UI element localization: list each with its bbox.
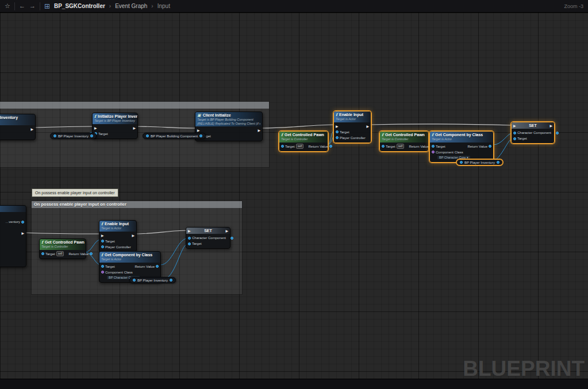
exec-pin[interactable]: ▶ bbox=[366, 125, 369, 128]
output-pin[interactable]: Return Value bbox=[134, 265, 159, 268]
output-pin-icon[interactable] bbox=[90, 134, 93, 137]
node-title: Get Component by Class bbox=[105, 253, 152, 257]
input-pin[interactable]: Target bbox=[188, 242, 202, 245]
node-header[interactable] bbox=[0, 206, 26, 212]
pin-label: Character Component bbox=[192, 236, 226, 240]
enable-input-node-2[interactable]: fEnable InputTarget is Actor▶▶TargetPlay… bbox=[99, 220, 137, 252]
input-pin[interactable]: Targetself bbox=[281, 144, 303, 149]
divider bbox=[40, 2, 40, 10]
exec-pin[interactable]: ▶ bbox=[336, 125, 339, 128]
pin-row: Target bbox=[188, 241, 228, 247]
node-header[interactable]: fGet Controlled PawnTarget is Controller bbox=[279, 132, 328, 142]
output-pin-icon[interactable] bbox=[497, 161, 499, 164]
exec-pin[interactable]: ▶ bbox=[132, 234, 134, 237]
node-header[interactable]: fInitialize Player InventoryTarget is BP… bbox=[93, 113, 137, 124]
bottom-bar bbox=[0, 379, 588, 389]
output-pin[interactable]: …ventory bbox=[5, 220, 24, 224]
node-title-row: fGet Controlled Pawn bbox=[41, 240, 84, 245]
exec-pin[interactable]: ▶ bbox=[94, 126, 97, 130]
forward-button[interactable]: → bbox=[29, 3, 36, 9]
function-icon: f bbox=[94, 114, 96, 119]
input-pin[interactable]: Target bbox=[101, 240, 115, 243]
back-button[interactable]: ← bbox=[19, 3, 25, 9]
node-header[interactable]: fGet Controlled PawnTarget is Controller bbox=[40, 239, 86, 250]
initialize-player-inventory-node[interactable]: fInitialize Player InventoryTarget is BP… bbox=[92, 113, 138, 139]
graph-canvas[interactable]: On possess enable player input on contro… bbox=[0, 13, 588, 379]
exec-pin-icon: ▶ bbox=[132, 234, 134, 237]
set-character-component-node-1[interactable]: ▶SET▶Character ComponentTarget bbox=[511, 122, 555, 144]
node-header[interactable]: fInitialize Equipment InventoryTarget is… bbox=[0, 114, 35, 125]
favorite-star-icon[interactable]: ☆ bbox=[5, 3, 10, 9]
node-header[interactable]: ▶SET▶ bbox=[512, 122, 554, 129]
exec-pin[interactable]: ▶ bbox=[21, 232, 24, 235]
input-pin[interactable]: Target bbox=[101, 265, 115, 268]
exec-out-pin[interactable]: ▶ bbox=[549, 124, 552, 128]
exec-in-pin[interactable]: ▶ bbox=[188, 229, 191, 233]
exec-in-pin[interactable]: ▶ bbox=[513, 124, 516, 128]
exec-pin[interactable]: ▶ bbox=[101, 234, 104, 237]
exec-out-pin[interactable]: ▶ bbox=[225, 229, 228, 233]
get-component-by-class-node-1[interactable]: fGet Component by ClassTarget is ActorTa… bbox=[429, 131, 494, 163]
output-pin[interactable]: Return Value bbox=[68, 252, 93, 256]
bp-player-inventory-pill-2[interactable]: BP Player Inventory bbox=[456, 159, 503, 165]
node-subtitle: Target is Actor bbox=[101, 226, 134, 230]
input-pin[interactable]: Character Component bbox=[188, 236, 226, 240]
class-pin[interactable]: Component Class bbox=[432, 151, 463, 154]
node-title-row bbox=[0, 206, 24, 211]
data-pin-icon bbox=[382, 145, 385, 148]
output-pin[interactable] bbox=[230, 237, 233, 240]
exec-pin[interactable]: ▶ bbox=[133, 126, 136, 130]
node-header[interactable]: fGet Controlled PawnTarget is Controller bbox=[380, 132, 428, 142]
input-pin[interactable]: Player Controller bbox=[101, 245, 131, 249]
node-header[interactable]: fGet Component by ClassTarget is Actor bbox=[99, 252, 160, 263]
get-controlled-pawn-node-3[interactable]: fGet Controlled PawnTarget is Controller… bbox=[39, 238, 86, 259]
node-title-row: fGet Component by Class bbox=[432, 132, 491, 137]
breadcrumb-blueprint[interactable]: BP_SGKController bbox=[54, 3, 105, 9]
bp-player-inventory-pill-1[interactable]: BP Player Inventory bbox=[50, 133, 97, 139]
output-pin-icon[interactable] bbox=[170, 279, 172, 282]
output-pin[interactable]: Return Value bbox=[308, 145, 332, 148]
input-pin[interactable]: Targetself bbox=[382, 144, 404, 149]
bp-player-inventory-pill-3[interactable]: BP Player Inventory bbox=[129, 277, 176, 283]
input-pin[interactable]: Player Controller bbox=[336, 136, 366, 140]
node-header[interactable]: ▣Client InitializeTarget is BP Player Bu… bbox=[195, 112, 262, 126]
node-subtitle: Target is BP Player Building Component bbox=[197, 118, 260, 122]
breadcrumb-input[interactable]: Input bbox=[157, 3, 170, 9]
partial-inventory-node[interactable]: …ventory▶ bbox=[0, 205, 26, 267]
get-controlled-pawn-node-1[interactable]: fGet Controlled PawnTarget is Controller… bbox=[279, 131, 328, 152]
class-pin[interactable]: Component Class bbox=[101, 271, 133, 274]
breadcrumb-event-graph[interactable]: Event Graph bbox=[115, 3, 147, 9]
node-title: SET bbox=[193, 229, 224, 233]
exec-pin[interactable]: ▶ bbox=[197, 129, 200, 132]
pin-row bbox=[0, 225, 24, 230]
input-pin[interactable]: Target bbox=[513, 137, 527, 140]
comment-title[interactable]: On possess enable player input on contro… bbox=[32, 201, 242, 208]
node-body: TargetselfReturn Value bbox=[380, 142, 428, 151]
blueprint-watermark: BLUEPRINT bbox=[463, 357, 585, 379]
comment-title[interactable] bbox=[0, 102, 269, 109]
node-title-row: fEnable Input bbox=[336, 112, 369, 117]
enable-input-node-1[interactable]: fEnable InputTarget is Actor▶▶TargetPlay… bbox=[333, 111, 371, 143]
get-controlled-pawn-node-2[interactable]: fGet Controlled PawnTarget is Controller… bbox=[379, 131, 429, 152]
data-pin-icon bbox=[156, 265, 159, 268]
node-header[interactable]: fGet Component by ClassTarget is Actor bbox=[430, 132, 493, 142]
pin-row: ▶▶ bbox=[336, 124, 369, 129]
pin-label: Target bbox=[45, 252, 55, 256]
node-header[interactable]: ▶SET▶ bbox=[186, 228, 230, 234]
output-pin-icon[interactable] bbox=[199, 134, 202, 137]
bp-player-building-component-pill[interactable]: BP Player Building Component bbox=[143, 133, 206, 139]
output-pin[interactable]: Return Value bbox=[467, 145, 491, 148]
input-pin[interactable]: Targetself bbox=[41, 251, 64, 256]
node-header[interactable]: fEnable InputTarget is Actor bbox=[99, 221, 136, 232]
input-pin[interactable]: Target bbox=[432, 145, 445, 148]
set-character-component-node-2[interactable]: ▶SET▶Character ComponentTarget bbox=[186, 227, 230, 249]
input-pin[interactable]: Target bbox=[336, 130, 349, 134]
initialize-equipment-inventory-node[interactable]: fInitialize Equipment InventoryTarget is… bbox=[0, 114, 36, 140]
input-pin[interactable]: Character Component bbox=[513, 131, 551, 134]
exec-pin[interactable]: ▶ bbox=[258, 129, 260, 132]
output-pin[interactable] bbox=[556, 132, 559, 134]
exec-wire bbox=[262, 125, 335, 128]
node-header[interactable]: fEnable InputTarget is Actor bbox=[334, 111, 371, 122]
pin-row: TargetselfReturn Value bbox=[382, 144, 426, 149]
exec-pin[interactable]: ▶ bbox=[30, 128, 33, 131]
